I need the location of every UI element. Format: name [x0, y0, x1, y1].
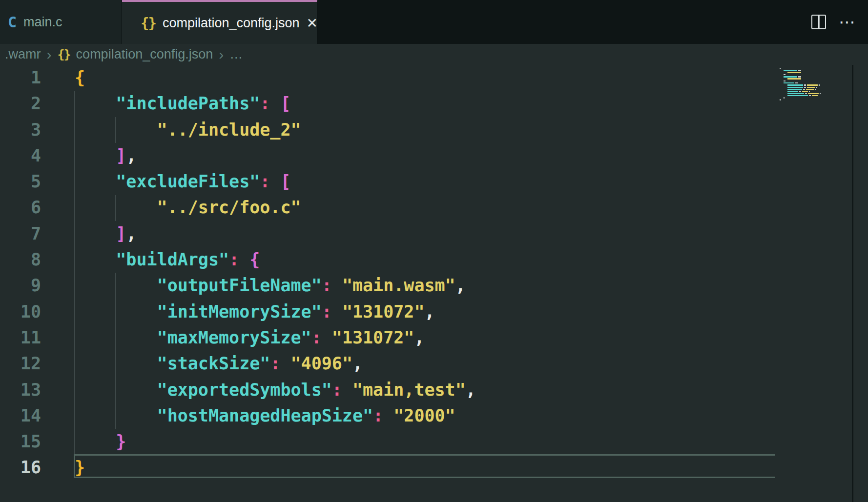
tab-compilation-config-json[interactable]: {} compilation_config.json ✕ — [122, 0, 317, 44]
code-content: "initMemorySize": "131072", — [75, 299, 435, 325]
minimap[interactable] — [780, 67, 853, 101]
code-line[interactable]: 16} — [0, 455, 781, 481]
code-content: } — [75, 455, 85, 481]
code-content: ], — [75, 221, 136, 247]
line-number: 13 — [0, 377, 41, 403]
breadcrumb-folder[interactable]: .wamr — [5, 47, 41, 62]
code-line[interactable]: 9 "outputFileName": "main.wasm", — [0, 273, 781, 299]
code-editor[interactable]: 1{2 "includePaths": [3 "../include_2"4 ]… — [0, 65, 868, 502]
line-number: 15 — [0, 429, 41, 455]
code-line[interactable]: 14 "hostManagedHeapSize": "2000" — [0, 403, 781, 429]
code-line[interactable]: 11 "maxMemorySize": "131072", — [0, 325, 781, 351]
code-line[interactable]: 13 "exportedSymbols": "main,test", — [0, 377, 781, 403]
line-number: 4 — [0, 143, 41, 169]
code-line[interactable]: 4 ], — [0, 143, 781, 169]
scrollbar-divider — [852, 65, 853, 502]
code-line[interactable]: 10 "initMemorySize": "131072", — [0, 299, 781, 325]
code-line[interactable]: 12 "stackSize": "4096", — [0, 351, 781, 377]
split-editor-icon[interactable] — [811, 15, 826, 29]
code-line[interactable]: 8 "buildArgs": { — [0, 247, 781, 273]
code-content: "maxMemorySize": "131072", — [75, 325, 424, 351]
line-number: 6 — [0, 195, 41, 221]
chevron-right-icon: › — [47, 48, 52, 61]
more-actions-icon[interactable]: ⋯ — [839, 17, 856, 27]
vscode-editor-window: C main.c {} compilation_config.json ✕ ⋯ … — [0, 0, 868, 502]
tab-main-c[interactable]: C main.c — [0, 0, 122, 44]
code-lines: 1{2 "includePaths": [3 "../include_2"4 ]… — [0, 65, 781, 481]
code-content: ], — [75, 143, 136, 169]
line-number: 12 — [0, 351, 41, 377]
code-line[interactable]: 3 "../include_2" — [0, 117, 781, 143]
line-number: 2 — [0, 91, 41, 117]
tab-label: compilation_config.json — [163, 16, 300, 31]
code-line[interactable]: 6 "../src/foo.c" — [0, 195, 781, 221]
breadcrumb-symbol[interactable]: … — [229, 47, 243, 62]
line-number: 5 — [0, 169, 41, 195]
line-number: 11 — [0, 325, 41, 351]
code-content: { — [75, 65, 85, 91]
editor-actions: ⋯ — [811, 0, 868, 44]
code-content: "outputFileName": "main.wasm", — [75, 273, 466, 299]
code-content: "stackSize": "4096", — [75, 351, 363, 377]
code-line[interactable]: 5 "excludeFiles": [ — [0, 169, 781, 195]
breadcrumb-file[interactable]: compilation_config.json — [76, 47, 213, 62]
editor-tab-bar: C main.c {} compilation_config.json ✕ ⋯ — [0, 0, 868, 44]
code-content: "hostManagedHeapSize": "2000" — [75, 403, 455, 429]
code-content: } — [75, 429, 126, 455]
code-line[interactable]: 7 ], — [0, 221, 781, 247]
close-tab-icon[interactable]: ✕ — [307, 15, 318, 31]
code-line[interactable]: 2 "includePaths": [ — [0, 91, 781, 117]
chevron-right-icon: › — [219, 48, 224, 61]
code-content: "exportedSymbols": "main,test", — [75, 377, 476, 403]
line-number: 10 — [0, 299, 41, 325]
breadcrumb: .wamr › {} compilation_config.json › … — [0, 44, 868, 65]
json-braces-icon: {} — [58, 47, 70, 61]
code-content: "../include_2" — [75, 117, 301, 143]
code-content: "../src/foo.c" — [75, 195, 301, 221]
code-content: "buildArgs": { — [75, 247, 260, 273]
code-content: "includePaths": [ — [75, 91, 291, 117]
minimap-line — [780, 99, 853, 100]
line-number: 1 — [0, 65, 41, 91]
line-number: 7 — [0, 221, 41, 247]
code-line[interactable]: 1{ — [0, 65, 781, 91]
code-content: "excludeFiles": [ — [75, 169, 291, 195]
line-number: 16 — [0, 455, 41, 481]
c-language-icon: C — [8, 14, 17, 31]
code-line[interactable]: 15 } — [0, 429, 781, 455]
tab-label: main.c — [23, 15, 62, 30]
line-number: 9 — [0, 273, 41, 299]
json-braces-icon: {} — [141, 15, 156, 31]
line-number: 14 — [0, 403, 41, 429]
line-number: 3 — [0, 117, 41, 143]
line-number: 8 — [0, 247, 41, 273]
